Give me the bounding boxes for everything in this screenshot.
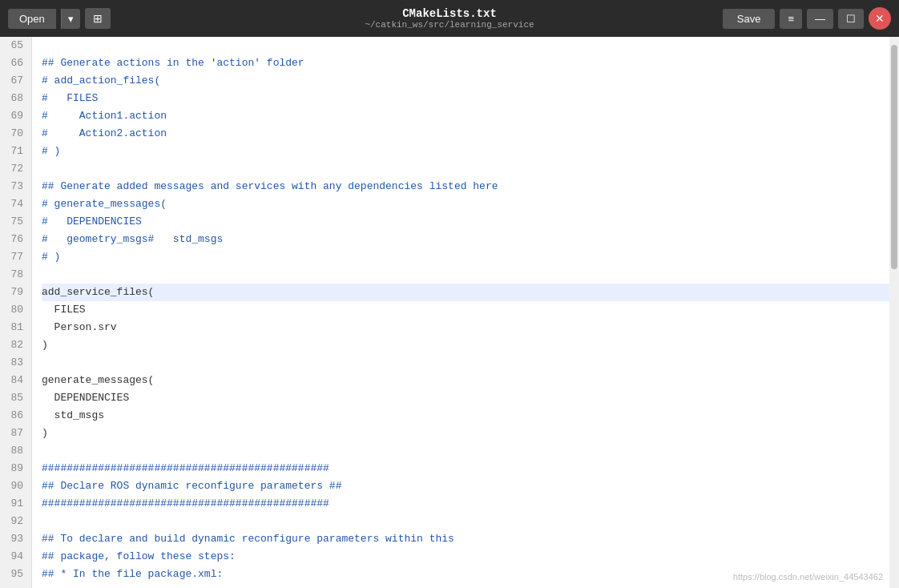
line-number: 69 — [8, 107, 23, 125]
line: ## Generate actions in the 'action' fold… — [42, 54, 889, 72]
titlebar-left: Open ▾ ⊞ — [8, 8, 111, 29]
line: ) — [42, 425, 889, 442]
line-number: 65 — [8, 37, 23, 54]
line-number: 81 — [8, 319, 23, 336]
line: ########################################… — [42, 460, 889, 477]
line-number: 70 — [8, 125, 23, 143]
line: ## To declare and build dynamic reconfig… — [42, 530, 889, 548]
line-number: 84 — [8, 372, 23, 389]
line: ) — [42, 336, 889, 354]
line: # add_action_files( — [42, 72, 889, 90]
open-dropdown-button[interactable]: ▾ — [61, 9, 80, 29]
line-number: 89 — [8, 460, 23, 477]
minimize-button[interactable]: — — [807, 9, 833, 29]
line-number: 80 — [8, 301, 23, 319]
line — [42, 442, 889, 460]
line-number: 90 — [8, 477, 23, 495]
filepath-label: ~/catkin_ws/src/learning_service — [365, 20, 534, 30]
line-number: 92 — [8, 513, 23, 530]
code-content[interactable]: ## Generate actions in the 'action' fold… — [32, 37, 889, 588]
line-number: 72 — [8, 160, 23, 178]
line: # ) — [42, 143, 889, 160]
line: add_service_files( — [42, 284, 889, 301]
line: # Action2.action — [42, 125, 889, 143]
line-number: 82 — [8, 336, 23, 354]
line-number: 73 — [8, 178, 23, 195]
line: Person.srv — [42, 319, 889, 336]
line: ## package, follow these steps: — [42, 548, 889, 566]
line-number: 77 — [8, 248, 23, 266]
line-numbers: 6566676869707172737475767778798081828384… — [0, 37, 32, 588]
line-number: 91 — [8, 495, 23, 513]
close-button[interactable]: ✕ — [869, 7, 891, 30]
line-number: 74 — [8, 195, 23, 213]
line: std_msgs — [42, 407, 889, 425]
line-number: 67 — [8, 72, 23, 90]
line-number: 95 — [8, 566, 23, 583]
new-file-button[interactable]: ⊞ — [85, 8, 111, 29]
line: ########################################… — [42, 495, 889, 513]
line: # geometry_msgs# std_msgs — [42, 231, 889, 248]
titlebar: Open ▾ ⊞ CMakeLists.txt ~/catkin_ws/src/… — [0, 0, 899, 37]
filename-label: CMakeLists.txt — [365, 7, 534, 20]
editor: 6566676869707172737475767778798081828384… — [0, 37, 899, 588]
line-number: 86 — [8, 407, 23, 425]
line — [42, 266, 889, 284]
line-number: 85 — [8, 389, 23, 407]
menu-button[interactable]: ≡ — [780, 9, 802, 29]
line: # DEPENDENCIES — [42, 213, 889, 231]
open-button[interactable]: Open — [8, 9, 56, 29]
line: generate_messages( — [42, 372, 889, 389]
line-number: 93 — [8, 530, 23, 548]
line: ## Generate added messages and services … — [42, 178, 889, 195]
line: # FILES — [42, 90, 889, 107]
titlebar-right: Save ≡ — ☐ ✕ — [723, 7, 891, 30]
line: # generate_messages( — [42, 195, 889, 213]
maximize-button[interactable]: ☐ — [838, 9, 864, 29]
line: DEPENDENCIES — [42, 389, 889, 407]
line-number: 94 — [8, 548, 23, 566]
watermark: https://blog.csdn.net/weixin_44543462 — [733, 572, 883, 582]
line: # Action1.action — [42, 107, 889, 125]
line — [42, 354, 889, 372]
line-number: 75 — [8, 213, 23, 231]
line-number: 71 — [8, 143, 23, 160]
line: ## Declare ROS dynamic reconfigure param… — [42, 477, 889, 495]
line-number: 87 — [8, 425, 23, 442]
line-number: 78 — [8, 266, 23, 284]
line-number: 68 — [8, 90, 23, 107]
line: # ) — [42, 248, 889, 266]
scrollbar-thumb[interactable] — [891, 45, 897, 269]
titlebar-center: CMakeLists.txt ~/catkin_ws/src/learning_… — [365, 7, 534, 30]
line — [42, 37, 889, 54]
line-number: 66 — [8, 54, 23, 72]
line — [42, 513, 889, 530]
line-number: 76 — [8, 231, 23, 248]
line — [42, 160, 889, 178]
save-button[interactable]: Save — [723, 9, 776, 29]
line-number: 83 — [8, 354, 23, 372]
line: FILES — [42, 301, 889, 319]
line-number: 79 — [8, 284, 23, 301]
line-number: 88 — [8, 442, 23, 460]
scrollbar[interactable] — [889, 37, 899, 588]
